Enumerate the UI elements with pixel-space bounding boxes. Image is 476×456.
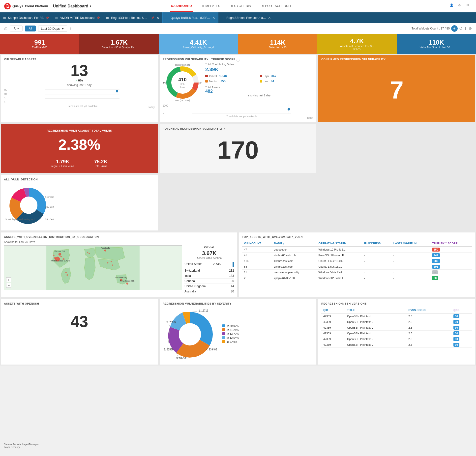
browser-tab-qualys-trurisk[interactable]: ⊞ Qualys TruRisk Res... (DEFAULT) ✕ <box>163 12 218 23</box>
refresh-icon[interactable]: ↺ <box>459 26 462 31</box>
widget-severity: REGRESSHION VULNERABILITIES BY SEVERITY <box>160 299 316 365</box>
browser-tab-sample[interactable]: ⊞ Sample Dashboard For RB 📌 <box>0 12 52 23</box>
help-icon: ⓘ <box>237 58 239 62</box>
widget-all-vuln-detection: ALL_VULN_DETECTION <box>1 175 158 230</box>
download-icon[interactable]: ⬇ <box>464 26 467 31</box>
metric-card-detection-qualys[interactable]: 1.67K Detection >90 & Qualys Pa... <box>79 34 159 54</box>
settings-icon[interactable]: ⚙ <box>458 3 464 9</box>
filter-any-btn[interactable]: Any <box>10 26 23 31</box>
table-row: 42339 OpenSSH Plaintext... 2.6 30 <box>321 331 472 336</box>
zoom-out-btn[interactable]: − <box>6 283 11 288</box>
table-row: 11 zero.webappsecurity... Windows Vista … <box>242 270 472 275</box>
svg-text:410: 410 <box>178 77 186 82</box>
col-vulncount: VULNCOUNT <box>242 240 272 247</box>
map-controls: + − <box>6 277 11 288</box>
settings-icon[interactable]: ⚙ <box>469 26 472 31</box>
metric-card-vulns-not-scan[interactable]: 110K Vulns Not Scan in last 30 ... <box>397 34 476 54</box>
severity-legend: 4: 39.92% 3: 31.28% 2: 13.77% 5: 12.54% … <box>222 324 239 344</box>
chevron-down-icon: ▼ <box>89 5 92 7</box>
top-bar: Qualys. Cloud Platform Unified Dashboard… <box>0 0 476 12</box>
svg-point-45 <box>89 253 90 254</box>
geo-table-section: ASSETS_WITH_CVE-2024-6387_DISTRIBUTION_B… <box>0 231 476 298</box>
filter-bar: 🏷 Any All Last 30 Days ▼ ℹ Total Widgets… <box>0 23 476 34</box>
metric-card-trurisk[interactable]: 991 TruRisk>700 <box>0 34 79 54</box>
svg-point-48 <box>112 264 113 266</box>
tab-close-icon[interactable]: ✕ <box>212 16 215 20</box>
widget-potential-regresshion: POTENTIAL REGRESSHION VULNERABILITY 170 <box>160 124 316 173</box>
widget-top-assets: TOP_ASSETS_WITH_CVE-2024-6387_VULN VULNC… <box>239 232 475 297</box>
svg-text:4: 239403: 4: 239403 <box>206 348 217 351</box>
svg-point-50 <box>66 274 68 276</box>
geo-row-au: Australia 30 <box>184 289 234 294</box>
dashboard-grid-row1: VULNERABLE ASSETS 13 ↑ 0% showing last 1… <box>0 54 476 123</box>
svg-text:Russia (1): Russia (1) <box>101 247 110 249</box>
dashboard-title[interactable]: Unified Dashboard ▼ <box>53 4 92 8</box>
col-score: TRURISK™ SCORE <box>430 240 472 247</box>
svg-point-29 <box>59 253 61 256</box>
pin-icon: 📌 <box>151 16 154 20</box>
browser-tab-vmdr[interactable]: ⊞ VMDR MITRE Dashboard 📌 <box>52 12 103 23</box>
metric-card-detection-90[interactable]: 114K Detection > 90 <box>238 34 317 54</box>
svg-point-39 <box>54 257 56 259</box>
tab-report-schedule[interactable]: REPORT SCHEDULE <box>260 0 293 12</box>
tab-dashboard[interactable]: DASHBOARD <box>170 0 193 12</box>
grid-icon: ⊞ <box>221 16 224 20</box>
svg-text:Low (Top 84%): Low (Top 84%) <box>175 99 190 102</box>
geo-row-ca: Canada 96 <box>184 279 234 284</box>
svg-point-37 <box>126 283 128 285</box>
col-logged: LAST LOGGED IN <box>391 240 430 247</box>
metric-card-criticality[interactable]: 4.41K Asset_Criticality_Score_4 <box>159 34 238 54</box>
ssh-col-title: TITLE <box>345 307 406 313</box>
svg-point-47 <box>111 261 112 262</box>
col-name[interactable]: NAME ↓ <box>272 240 317 247</box>
grid-icon: ⊞ <box>166 16 169 20</box>
svg-point-46 <box>107 262 108 263</box>
geo-row-us: United States 2.73K <box>184 261 234 268</box>
zoom-in-btn[interactable]: + <box>6 277 11 282</box>
geo-row-in: India 183 <box>184 273 234 279</box>
tab-close-icon[interactable]: ✕ <box>268 16 271 20</box>
user-icon[interactable]: 👤 <box>450 3 455 9</box>
grid-icon: ⊞ <box>3 16 6 20</box>
svg-text:Deprecated SSH Cryptographic S: Deprecated SSH Cryptographic Settings: S <box>45 196 54 198</box>
svg-point-42 <box>62 258 64 260</box>
table-row: 42339 OpenSSH Plaintext... 2.6 30 <box>321 336 472 342</box>
info-icon[interactable]: ℹ <box>70 27 71 30</box>
browser-tab-regresshion-unauth[interactable]: ⊞ RegreSSHion: Remote Unauth... ✕ <box>218 12 274 23</box>
table-row: 2 xpsp2-64-30-100 Windows XP 64 bit E...… <box>242 275 472 281</box>
top-assets-table: VULNCOUNT NAME ↓ OPERATING SYSTEM IP ADD… <box>242 240 472 281</box>
world-map[interactable]: Canada (96) United States (2.73K) Russia… <box>4 245 182 290</box>
regresshion-trend-svg <box>170 104 313 114</box>
widget-ssh-versions: REGRESSHION: SSH VERSIONS QID TITLE CVSS… <box>318 299 475 365</box>
nav-tabs: DASHBOARD TEMPLATES RECYCLE BIN REPORT S… <box>170 0 293 12</box>
logo-text: Qualys. Cloud Platform <box>12 4 48 8</box>
svg-point-7 <box>116 90 118 92</box>
filter-all-btn[interactable]: All <box>25 26 36 31</box>
svg-line-53 <box>190 312 197 312</box>
add-widget-btn[interactable]: + <box>451 25 458 32</box>
browser-tab-regresshion-uce[interactable]: ⊞ RegreSSHion: Remote UCE Vu... 📌 ✕ <box>103 12 163 23</box>
widget-assets-openssh: ASSETS WITH OPENSSH 43 <box>1 299 158 365</box>
geo-list: Global 3.67K Assets with Location United… <box>184 245 234 294</box>
mail-icon[interactable]: ✉ <box>467 3 472 9</box>
date-filter[interactable]: Last 30 Days ▼ <box>38 26 67 32</box>
tab-templates[interactable]: TEMPLATES <box>200 0 221 12</box>
col-os: OPERATING SYSTEM <box>317 240 362 247</box>
tab-recycle-bin[interactable]: RECYCLE BIN <box>229 0 252 12</box>
col-ip: IP ADDRESS <box>362 240 391 247</box>
svg-text:SSL Certificate - Subject Comm: SSL Certificate - Subject Common N <box>45 218 54 221</box>
svg-text:SHA1 deprecated setting for S: SHA1 deprecated setting for S <box>5 218 35 221</box>
svg-point-41 <box>60 256 62 257</box>
ssh-col-cvss: CVSS SCORE <box>406 307 451 313</box>
table-row: 42339 OpenSSH Plaintext... 2.6 30 <box>321 319 472 325</box>
svg-text:SSL Certificate - Signature Ve: SSL Certificate - Signature Verificatio <box>45 206 54 208</box>
svg-point-23 <box>20 197 37 214</box>
svg-text:1: 12719: 1: 12719 <box>199 309 208 312</box>
metric-card-not-scanned[interactable]: 4.7K Assets not Scanned last 3... +0 (0%… <box>317 34 397 54</box>
tab-close-icon[interactable]: ✕ <box>156 16 159 20</box>
chevron-icon: ▼ <box>61 27 64 30</box>
table-row: 42339 OpenSSH Plaintext... 2.6 30 <box>321 325 472 331</box>
all-vuln-pie-svg: Deprecated SSH Cryptographic Settings: S… <box>4 183 54 228</box>
svg-text:New Zealand (5): New Zealand (5) <box>120 280 135 282</box>
svg-point-51 <box>179 323 201 345</box>
